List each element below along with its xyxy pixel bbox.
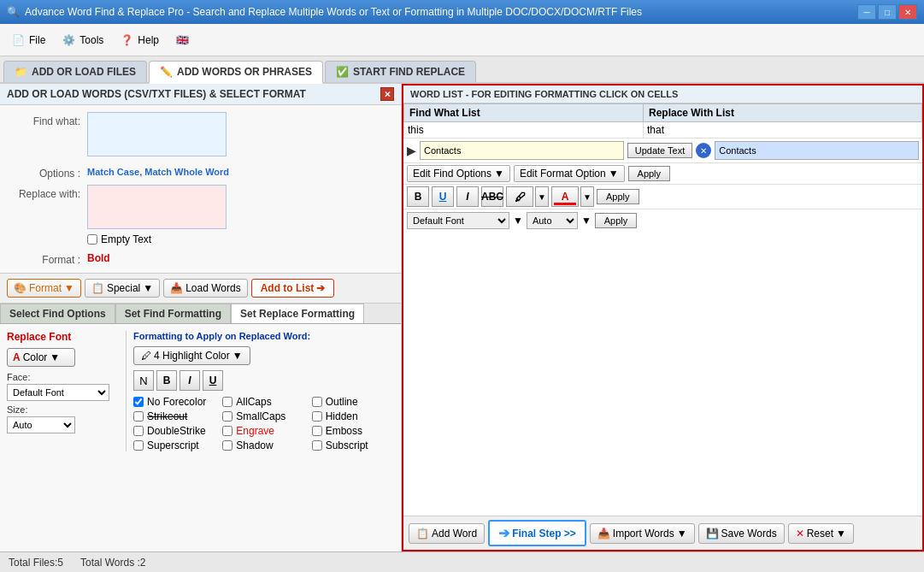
menu-tools[interactable]: ⚙️ Tools [56,31,110,50]
subscript-checkbox[interactable] [312,440,322,451]
tab-set-replace-formatting[interactable]: Set Replace Formatting [231,304,364,323]
emboss-checkbox[interactable] [312,426,322,436]
final-step-icon: ➔ [498,525,509,541]
apply-button-2[interactable]: Apply [595,213,638,228]
menu-file[interactable]: 📄 File [5,31,52,50]
close-button[interactable]: ✕ [898,4,917,20]
replace-cell-1[interactable]: that [644,122,922,139]
smallcaps-label: SmallCaps [236,410,285,422]
allcaps-label: AllCaps [236,396,271,408]
options-row: Options : Match Case, Match Whole Word [10,164,391,180]
final-step-button[interactable]: ➔ Final Step >> [488,520,586,546]
find-cell-1[interactable]: this [404,122,644,139]
special-icon: 📋 [91,282,104,294]
subscript-label: Subscript [326,439,368,451]
find-input[interactable] [87,112,227,156]
edit-find-input[interactable] [420,141,624,160]
replace-row: Replace with: Empty Text [10,185,391,245]
smallcaps-checkbox[interactable] [222,411,232,422]
reset-button[interactable]: ✕ Reset ▼ [788,523,854,544]
color-dropdown-icon: ▼ [50,351,60,363]
shadow-label: Shadow [236,439,273,451]
size-select[interactable]: Auto [7,416,75,433]
replace-font-col: Replace Font A Color ▼ Face: Default Fon… [7,331,127,451]
add-files-icon: 📁 [15,66,27,78]
special-dropdown-icon: ▼ [143,282,153,294]
italic-tool-btn[interactable]: I [456,186,479,207]
menu-help[interactable]: ❓ Help [114,31,166,50]
table-row-1[interactable]: this that [404,122,922,139]
maximize-button[interactable]: □ [878,4,897,20]
bold-btn[interactable]: B [156,370,177,391]
format-panel-row: Replace Font A Color ▼ Face: Default Fon… [7,331,394,451]
add-word-button[interactable]: 📋 Add Word [409,523,485,544]
doublestrike-checkbox[interactable] [133,426,144,436]
bold-tool-btn[interactable]: B [407,186,429,207]
font-color-tool-btn[interactable]: A [551,186,579,207]
outline-checkbox[interactable] [312,397,322,407]
tab-set-find-formatting[interactable]: Set Find Formatting [115,304,231,323]
color-a-icon: A [13,351,21,363]
add-word-icon: 📋 [416,528,429,540]
superscript-checkbox[interactable] [133,440,144,451]
format-label: Format : [10,251,87,266]
title-bar-text: Advance Word Find & Replace Pro - Search… [25,6,857,18]
add-to-list-button[interactable]: Add to List ➔ [251,279,335,298]
highlight-tool-btn[interactable]: 🖊 [506,186,533,207]
import-words-button[interactable]: 📥 Import Words ▼ [590,523,695,544]
face-select[interactable]: Default Font [7,384,109,401]
minimize-button[interactable]: ─ [857,4,876,20]
strikethrough-tool-btn[interactable]: ABC [481,186,503,207]
format-value: Bold [87,252,110,264]
close-circle-button[interactable]: ✕ [696,143,711,158]
tab-add-words[interactable]: ✏️ ADD WORDS OR PHRASES [149,61,323,84]
empty-text-checkbox[interactable] [87,234,97,245]
font-dropdown-icon: ▼ [513,215,523,227]
load-words-button[interactable]: 📥 Load Words [163,279,247,298]
panel-close-button[interactable]: ✕ [380,87,394,101]
tab-start-replace[interactable]: ✅ START FIND REPLACE [325,61,476,82]
edit-find-options-dropdown[interactable]: Edit Find Options ▼ [407,165,510,182]
total-files: Total Files:5 [9,557,63,569]
strikeout-checkbox[interactable] [133,411,144,422]
update-text-button[interactable]: Update Text [627,143,693,158]
underline-tool-btn[interactable]: U [432,186,454,207]
format-option-chevron: ▼ [609,168,619,180]
special-button[interactable]: 📋 Special ▼ [85,279,160,298]
edit-replace-input[interactable] [715,141,919,160]
highlight-dropdown-btn[interactable]: ▼ [535,186,549,207]
tab-select-find-options[interactable]: Select Find Options [0,304,115,323]
highlight-dropdown-icon: ▼ [232,350,243,362]
highlight-icon: 🖊 [141,350,151,362]
normal-btn[interactable]: N [133,370,154,391]
shadow-checkbox[interactable] [222,440,232,451]
save-words-button[interactable]: 💾 Save Words [698,523,785,544]
right-panel-header: WORD LIST - FOR EDITING FORMATTING CLICK… [403,86,922,103]
empty-text-row: Empty Text [87,233,391,245]
strikeout-item: Strikeout [133,410,215,422]
engrave-item: Engrave [222,425,304,437]
font-color-dropdown-btn[interactable]: ▼ [580,186,594,207]
arrow-right-icon: ➔ [316,282,325,294]
italic-btn[interactable]: I [180,370,200,391]
subscript-item: Subscript [312,439,394,451]
menu-language[interactable]: 🇬🇧 [169,31,196,50]
edit-format-option-dropdown[interactable]: Edit Format Option ▼ [514,165,625,182]
allcaps-checkbox[interactable] [222,397,232,407]
no-forecolor-checkbox[interactable] [133,397,144,407]
tab-add-files[interactable]: 📁 ADD OR LOAD FILES [3,61,147,82]
replace-fmt-panel: Replace Font A Color ▼ Face: Default Fon… [0,324,401,551]
replace-label: Replace with: [10,185,87,200]
fmt-toolbar-row: B U I ABC 🖊 ▼ A ▼ Apply [403,185,922,209]
color-button[interactable]: A Color ▼ [7,348,75,367]
apply-button-1[interactable]: Apply [628,166,671,181]
underline-btn[interactable]: U [203,370,223,391]
format-button[interactable]: 🎨 Format ▼ [7,279,81,298]
font-select[interactable]: Default Font [407,212,509,229]
apply-btn-fmt[interactable]: Apply [597,189,639,204]
highlight-color-button[interactable]: 🖊 4 Highlight Color ▼ [133,346,250,365]
replace-input[interactable] [87,185,227,229]
engrave-checkbox[interactable] [222,426,232,436]
auto-select[interactable]: Auto [527,212,578,229]
hidden-checkbox[interactable] [312,411,322,422]
